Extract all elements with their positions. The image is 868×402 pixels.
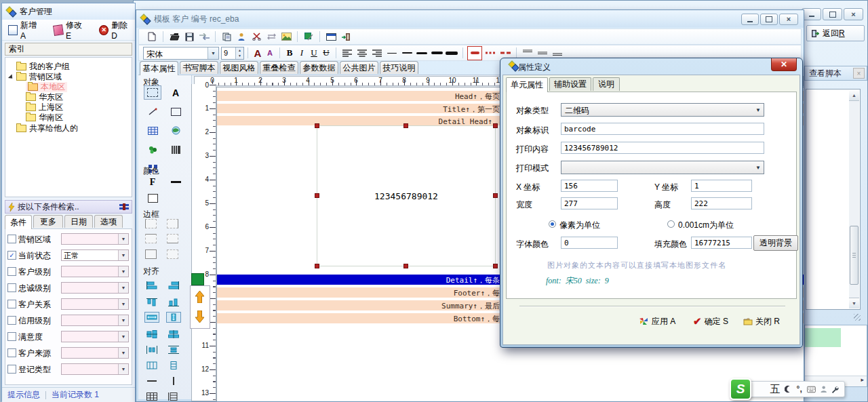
x-coord-input[interactable]: [561, 180, 618, 192]
text-tool-button[interactable]: A: [167, 85, 184, 100]
shrink-font-button[interactable]: A: [264, 49, 276, 57]
open-template-button[interactable]: [167, 31, 181, 43]
resize-handle-n[interactable]: [403, 123, 408, 128]
resize-handle-ne[interactable]: [493, 123, 498, 128]
align-rights-button[interactable]: [166, 280, 181, 291]
dropdown-loyalty-level[interactable]: ▼: [61, 282, 129, 294]
font-size-stepper[interactable]: 9 ▲▼: [221, 47, 244, 60]
copy-object-button[interactable]: [220, 31, 233, 43]
ime-logo[interactable]: S: [730, 378, 751, 400]
delete-object-button[interactable]: [250, 31, 263, 43]
add-button[interactable]: 新增A: [5, 18, 43, 42]
same-width-button[interactable]: [144, 360, 159, 371]
line-weight-1-button[interactable]: [385, 47, 399, 60]
tab-shared-images[interactable]: 公共图片: [340, 61, 378, 74]
line-weight-2-button[interactable]: [400, 47, 414, 60]
border-all-button[interactable]: [145, 249, 157, 259]
checkbox-registration-type[interactable]: [7, 365, 16, 374]
align-bottoms-button[interactable]: [166, 297, 181, 308]
line-tool-button[interactable]: [144, 104, 161, 119]
tree-item-east-region[interactable]: 华东区: [26, 92, 63, 102]
strikethrough-button[interactable]: U: [320, 47, 332, 58]
border-right-button[interactable]: [167, 219, 178, 228]
resize-handle-e[interactable]: [493, 193, 498, 198]
tab-auxiliary-settings[interactable]: 辅助设置: [549, 77, 591, 91]
tab-description[interactable]: 说明: [593, 77, 620, 91]
same-height-button[interactable]: [166, 360, 181, 371]
tree-item-local-region-selected[interactable]: 本地区: [26, 82, 67, 92]
grid-button[interactable]: [144, 391, 159, 402]
font-family-select[interactable]: 宋体 ▼: [143, 47, 219, 60]
line-style-solid-button-selected[interactable]: [467, 46, 482, 60]
columns-button[interactable]: [166, 391, 181, 402]
align-right-button[interactable]: [370, 47, 384, 60]
line-weight-4-button[interactable]: [430, 47, 443, 60]
line-weight-3-button[interactable]: [415, 47, 429, 60]
tab-condition[interactable]: 条件: [5, 215, 32, 229]
dialog-close-button[interactable]: ✕: [771, 58, 797, 71]
width-input[interactable]: [561, 197, 618, 209]
checkbox-current-status[interactable]: ✓: [7, 251, 16, 260]
grow-font-button[interactable]: A: [252, 47, 264, 59]
tab-view-style[interactable]: 视图风格: [220, 61, 258, 74]
dropdown-credit-level[interactable]: ▼: [61, 315, 129, 326]
new-template-button[interactable]: [145, 31, 159, 43]
resize-handle-sw[interactable]: [315, 264, 319, 268]
select-tool-button[interactable]: [144, 85, 161, 100]
checkbox-credit-level[interactable]: [7, 316, 16, 325]
collapse-panel-icon[interactable]: [119, 203, 129, 210]
expand-icon[interactable]: [8, 74, 14, 80]
search-header[interactable]: 按以下条件检索..: [5, 200, 132, 214]
font-color-button[interactable]: F: [144, 175, 161, 189]
modify-button[interactable]: 修改E: [50, 18, 89, 42]
punctuation-toggle[interactable]: °,: [797, 384, 802, 394]
line-color-button[interactable]: [167, 175, 184, 189]
preview-button[interactable]: [279, 31, 293, 43]
unit-cm-radio[interactable]: [667, 220, 675, 228]
exit-editor-button[interactable]: [339, 31, 353, 43]
maximize-button[interactable]: [760, 14, 778, 25]
underline-button[interactable]: U: [308, 47, 320, 58]
wrench-icon[interactable]: [831, 385, 839, 394]
tab-basic-properties[interactable]: 基本属性: [140, 61, 178, 75]
align-lefts-button[interactable]: [144, 280, 159, 291]
height-input[interactable]: [691, 197, 752, 209]
script-panel-close-button[interactable]: ×: [853, 68, 865, 79]
resize-grip[interactable]: [854, 314, 861, 321]
save-template-button[interactable]: [182, 31, 196, 43]
align-left-button[interactable]: [340, 47, 354, 60]
keyboard-icon[interactable]: [807, 386, 816, 393]
tree-item-my-groups[interactable]: 我的客户组: [16, 62, 70, 72]
move-down-arrow-button[interactable]: [195, 310, 204, 323]
y-coord-input[interactable]: [691, 180, 752, 192]
resize-handle-w[interactable]: [315, 193, 319, 198]
checkbox-loyalty-level[interactable]: [7, 283, 16, 292]
tab-options[interactable]: 选项: [94, 215, 123, 228]
tree-item-south-region[interactable]: 华南区: [26, 113, 63, 123]
image-tool-button[interactable]: [167, 123, 184, 138]
tab-write-script[interactable]: 书写脚本: [180, 61, 218, 74]
minimize-button[interactable]: [741, 14, 759, 25]
user-icon[interactable]: [821, 385, 827, 393]
border-bottom-button[interactable]: [167, 234, 178, 243]
dropdown-customer-level[interactable]: ▼: [61, 266, 129, 277]
ok-button[interactable]: ✔ 确定 S: [693, 314, 728, 329]
close-button[interactable]: ×: [844, 8, 863, 20]
line-weight-5-button[interactable]: [445, 47, 458, 60]
checkbox-customer-source[interactable]: [7, 348, 16, 357]
maximize-button[interactable]: [823, 8, 842, 20]
print-mode-select[interactable]: ▼: [561, 161, 764, 174]
scroll-thumb[interactable]: [850, 226, 859, 285]
align-tops-button[interactable]: [144, 297, 159, 308]
dropdown-marketing-region[interactable]: ▼: [61, 233, 129, 245]
tab-date[interactable]: 日期: [64, 215, 93, 228]
move-up-arrow-button[interactable]: [195, 291, 204, 303]
horizontal-line-button[interactable]: [144, 376, 159, 386]
close-dialog-button[interactable]: 关闭 R: [743, 314, 780, 329]
center-horizontal-button[interactable]: [144, 312, 159, 323]
vertical-line-button[interactable]: [166, 376, 181, 386]
fill-color-input[interactable]: [691, 237, 752, 249]
space-horizontal-button[interactable]: [144, 344, 159, 355]
checkbox-customer-relation[interactable]: [7, 300, 16, 308]
tree-item-shared[interactable]: 共享给他人的: [16, 123, 78, 134]
